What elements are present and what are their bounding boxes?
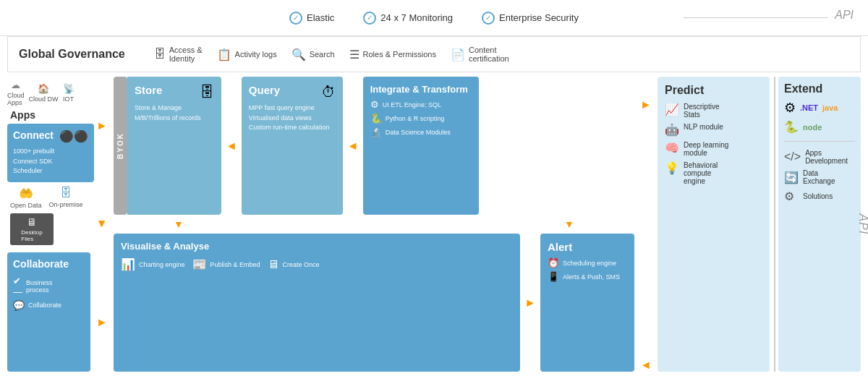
visualise-title: Visualise & Analyse [121, 241, 209, 252]
charting-icon: 📊 [121, 257, 135, 271]
data-sources-row: 🤲 Open Data 🗄 On-premise [7, 185, 90, 210]
cloud-apps-icon: ☁ [11, 80, 20, 90]
v-arrow-4: ▼ [564, 218, 574, 230]
center-rows: BYOK Store 🗄 Store & ManageM/B/Trillions… [114, 77, 634, 372]
security-item: ✓ Enterprise Security [482, 12, 579, 25]
vis-charting: 📊 Charting engine [121, 257, 185, 271]
data-exchange-icon: 🔄 [784, 171, 799, 184]
business-process-label: Businessprocess [26, 279, 53, 294]
alert-items: ⏰ Scheduling engine 📱 Alerts & Push, SMS [548, 257, 627, 282]
visualise-items: 📊 Charting engine 📰 Publish & Embed 🖥 Cr… [121, 257, 513, 273]
access-label: Access &Identity [169, 46, 203, 63]
alerts-icon: 📱 [548, 271, 559, 282]
apps-dev-icon: </> [784, 150, 801, 163]
monitoring-label: 24 x 7 Monitoring [380, 12, 453, 23]
arrow-store-query: ◄ [224, 140, 239, 153]
gov-access: 🗄 Access &Identity [154, 46, 203, 63]
alerts-label: Alerts & Push, SMS [563, 273, 620, 281]
gov-content: 📄 Contentcertification [451, 46, 509, 63]
api-label-right: API [857, 214, 868, 235]
content-icon: 📄 [451, 48, 465, 61]
connect-text: 1000+ prebuiltConnect SDKScheduler [13, 147, 88, 176]
collaborate-item: 💬 Collaborate [13, 300, 85, 311]
activity-label: Activity logs [235, 50, 277, 59]
content-label: Contentcertification [469, 46, 509, 63]
roles-icon: ☰ [349, 48, 359, 61]
iot-item: 📡 IOT [63, 83, 75, 103]
iot-label: IOT [63, 95, 74, 103]
predict-item-3: 💡 Behavioralcomputeengine [665, 161, 762, 185]
cloud-dw-label: Cloud DW [29, 95, 59, 103]
descriptive-label: DescriptiveStats [684, 103, 719, 119]
gear-sdk-icon: ⚙ [784, 100, 796, 116]
cloud-dw-icon: 🏠 [38, 83, 49, 94]
arrow-vis-alert: ► [523, 296, 537, 309]
collaborate-title: Collaborate [13, 258, 85, 270]
on-premise-item: 🗄 On-premise [49, 187, 83, 208]
deep-learning-icon: 🧠 [665, 141, 679, 155]
security-check-icon: ✓ [482, 12, 495, 25]
science-label: Data Science Modules [386, 129, 451, 136]
nlp-icon: 🤖 [665, 123, 679, 137]
center-predict-arrows: ► ◄ [639, 77, 653, 372]
desktop-label: DesktopFiles [21, 229, 42, 242]
api-label-top: API [835, 9, 854, 22]
arrow-to-predict: ► [639, 98, 653, 111]
gov-roles: ☰ Roles & Permissions [349, 48, 436, 61]
collaborate-label: Collaborate [28, 302, 61, 309]
integrate-item-0: ⚙ UI ETL Engine; SQL [370, 99, 472, 110]
extend-column: Extend ⚙ .NET java 🐍 node </> AppsDevelo… [774, 77, 861, 372]
roles-label: Roles & Permissions [363, 50, 436, 59]
alert-item-1: 📱 Alerts & Push, SMS [548, 271, 627, 282]
node-icon: node [803, 123, 822, 132]
api-line [684, 17, 828, 18]
query-box: Query ⏱ MPP fast query engineVirtualised… [242, 77, 343, 215]
activity-icon: 📋 [217, 48, 231, 61]
monitoring-item: ✓ 24 x 7 Monitoring [363, 12, 453, 25]
data-exchange-label: DataExchange [803, 169, 835, 185]
open-data-label: Open Data [10, 202, 42, 209]
on-premise-icon: 🗄 [60, 187, 72, 200]
iot-icon: 📡 [63, 83, 75, 94]
vis-create: 🖥 Create Once [268, 257, 320, 271]
solutions-label: Solutions [803, 192, 833, 200]
apps-dev-label: AppsDevelopment [805, 149, 848, 165]
integrate-item-2: 🔬 Data Science Modules [370, 127, 472, 137]
governance-bar: Global Governance 🗄 Access &Identity 📋 A… [7, 36, 861, 72]
create-icon: 🖥 [268, 258, 279, 271]
collaborate-box: Collaborate ✔— Businessprocess 💬 Collabo… [7, 252, 90, 372]
integrate-title: Integrate & Transform [370, 84, 468, 95]
store-text: Store & ManageM/B/Trillions of records [135, 103, 214, 123]
arrow-connect: ► [95, 119, 109, 132]
arrow-query-integrate: ◄ [346, 140, 360, 153]
store-title: Store [135, 84, 162, 98]
desktop-icon: 🖥 [27, 216, 37, 228]
byok-label: BYOK [114, 77, 127, 215]
elastic-check-icon: ✓ [289, 12, 302, 25]
arrow-down: ► [95, 217, 109, 231]
query-text: MPP fast query engineVirtualised data vi… [249, 103, 336, 133]
scheduling-label: Scheduling engine [563, 260, 616, 267]
predict-box: Predict 📈 DescriptiveStats 🤖 NLP module … [658, 77, 770, 372]
arrow-collab: ► [95, 316, 109, 329]
elastic-label: Elastic [307, 12, 334, 23]
business-process-icon: ✔— [13, 275, 22, 297]
deep-learning-label: Deep learningmodule [684, 141, 728, 157]
collaborate-icon: 💬 [13, 300, 25, 311]
python-icon: 🐍 [370, 113, 382, 124]
on-premise-label: On-premise [49, 201, 83, 208]
connect-title: Connect [13, 129, 54, 141]
etl-icon: ⚙ [370, 99, 379, 110]
publish-label: Publish & Embed [210, 261, 260, 268]
visualise-box: Visualise & Analyse 📊 Charting engine 📰 … [114, 234, 520, 372]
integrate-box: Integrate & Transform ⚙ UI ETL Engine; S… [363, 77, 479, 215]
behavioral-label: Behavioralcomputeengine [684, 161, 718, 185]
apps-title: Apps [10, 109, 90, 121]
science-icon: 🔬 [370, 127, 382, 137]
nlp-label: NLP module [684, 123, 723, 131]
integrate-item-1: 🐍 Python & R scripting [370, 113, 472, 124]
collaborate-items: ✔— Businessprocess 💬 Collaborate [13, 275, 85, 311]
elastic-item: ✓ Elastic [289, 12, 334, 25]
descriptive-icon: 📈 [665, 103, 679, 116]
cloud-dw-item: 🏠 Cloud DW [29, 83, 59, 103]
